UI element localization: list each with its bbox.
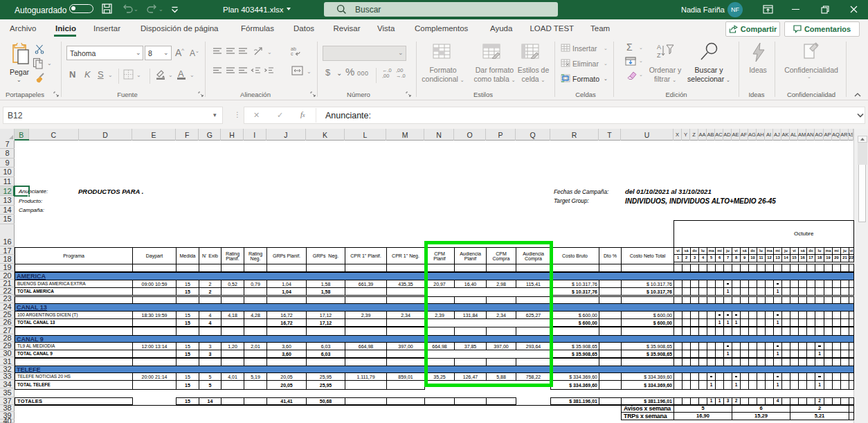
svg-text:ab: ab (291, 46, 296, 51)
svg-text:A: A (657, 44, 661, 51)
svg-text:Z: Z (657, 52, 661, 59)
svg-text:c: c (291, 51, 293, 56)
